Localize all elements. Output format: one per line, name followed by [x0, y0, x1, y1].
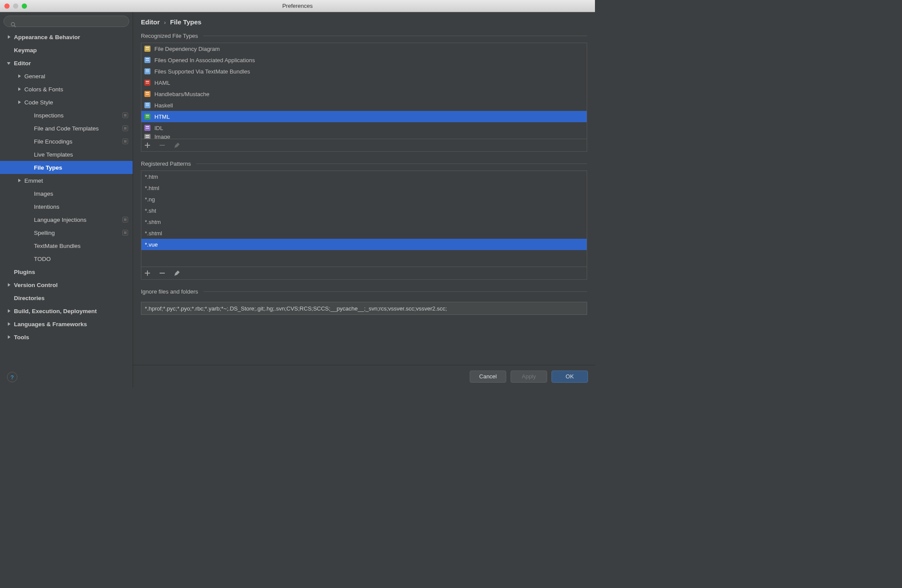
tree-item[interactable]: TODO	[0, 252, 133, 265]
idl-icon	[144, 124, 151, 131]
svg-rect-39	[146, 105, 149, 106]
svg-rect-33	[146, 83, 149, 84]
svg-rect-47	[146, 135, 149, 136]
tree-item[interactable]: TextMate Bundles	[0, 239, 133, 252]
recognized-types-header: Recognized File Types	[133, 30, 595, 41]
tree-item-label: Tools	[14, 334, 29, 341]
pattern-row[interactable]: *.shtm	[141, 216, 587, 227]
tree-item[interactable]: Colors & Fonts	[0, 83, 133, 96]
tree-item[interactable]: Keymap	[0, 43, 133, 57]
tree-item[interactable]: Appearance & Behavior	[0, 30, 133, 43]
doc-icon	[144, 68, 151, 75]
file-types-list[interactable]: File Dependency DiagramFiles Opened In A…	[141, 43, 587, 139]
add-pattern-button[interactable]	[144, 270, 151, 277]
tree-item[interactable]: Live Templates	[0, 148, 133, 161]
filetype-row[interactable]: HTML	[141, 111, 587, 122]
svg-rect-8	[124, 114, 127, 117]
tree-item[interactable]: Directories	[0, 291, 133, 304]
tree-item-label: Plugins	[14, 269, 35, 275]
tree-item[interactable]: Spelling	[0, 226, 133, 239]
tree-item[interactable]: Build, Execution, Deployment	[0, 304, 133, 317]
pattern-row[interactable]: *.vue	[141, 239, 587, 250]
tree-item[interactable]: Images	[0, 187, 133, 200]
tree-item-label: File and Code Templates	[34, 125, 99, 132]
tree-item-label: File Types	[34, 164, 62, 171]
ok-button[interactable]: OK	[551, 371, 588, 383]
pattern-row[interactable]: *.html	[141, 182, 587, 194]
svg-rect-44	[146, 126, 149, 127]
tree-item[interactable]: File and Code Templates	[0, 122, 133, 135]
titlebar: Preferences	[0, 0, 595, 12]
filetype-row[interactable]: HAML	[141, 77, 587, 88]
pattern-label: *.htm	[145, 174, 158, 180]
tree-item[interactable]: Languages & Frameworks	[0, 317, 133, 331]
help-button[interactable]: ?	[7, 372, 17, 382]
tree-item[interactable]: Editor	[0, 57, 133, 70]
tree-arrow-icon	[6, 60, 11, 66]
pattern-label: *.ng	[145, 196, 155, 203]
svg-marker-13	[18, 179, 21, 182]
patterns-list[interactable]: *.htm*.html*.ng*.sht*.shtm*.shtml*.vue	[141, 170, 587, 267]
tree-item[interactable]: Emmet	[0, 174, 133, 187]
filetype-label: HAML	[154, 80, 170, 86]
doc-icon	[144, 102, 151, 109]
remove-pattern-button[interactable]	[159, 270, 166, 277]
scope-badge-icon	[122, 112, 128, 118]
tree-arrow-icon	[6, 308, 11, 314]
svg-rect-15	[124, 218, 127, 221]
cancel-button[interactable]: Cancel	[470, 371, 506, 383]
tree-item[interactable]: Plugins	[0, 265, 133, 278]
svg-rect-27	[146, 60, 149, 61]
tree-item[interactable]: File Types	[0, 161, 133, 174]
tree-arrow-icon	[6, 321, 11, 327]
tree-item-label: TextMate Bundles	[34, 243, 80, 249]
breadcrumb: Editor › File Types	[133, 12, 595, 30]
filetype-row[interactable]: Handlebars/Mustache	[141, 88, 587, 100]
svg-rect-24	[146, 49, 149, 50]
filetype-row[interactable]: File Dependency Diagram	[141, 43, 587, 54]
svg-marker-5	[18, 87, 21, 91]
pattern-row[interactable]: *.sht	[141, 205, 587, 216]
filetype-label: Files Supported Via TextMate Bundles	[154, 68, 250, 75]
apply-button[interactable]: Apply	[511, 371, 547, 383]
tree-item[interactable]: Code Style	[0, 96, 133, 109]
file-types-toolbar	[141, 139, 587, 152]
tree-item[interactable]: Tools	[0, 331, 133, 344]
filetype-row[interactable]: IDL	[141, 122, 587, 134]
tree-item[interactable]: Language Injections	[0, 213, 133, 226]
tree-item-label: Spelling	[34, 230, 55, 236]
search-input[interactable]	[3, 16, 129, 27]
edit-pattern-button[interactable]	[174, 270, 180, 277]
tree-item-label: Directories	[14, 295, 45, 301]
edit-filetype-button[interactable]	[174, 142, 180, 149]
ignore-input[interactable]	[141, 302, 587, 315]
filetype-row[interactable]: Files Opened In Associated Applications	[141, 54, 587, 66]
tree-item[interactable]: Intentions	[0, 200, 133, 213]
tree-item-label: Language Injections	[34, 217, 87, 223]
svg-rect-36	[146, 94, 149, 95]
pattern-row[interactable]: *.htm	[141, 171, 587, 182]
tree-item-label: Editor	[14, 60, 31, 67]
tree-item[interactable]: Inspections	[0, 109, 133, 122]
tree-item[interactable]: General	[0, 70, 133, 83]
svg-rect-17	[124, 231, 127, 234]
tree-item[interactable]: Version Control	[0, 278, 133, 291]
svg-rect-23	[146, 47, 149, 48]
filetype-row[interactable]: Image	[141, 134, 587, 139]
remove-filetype-button[interactable]	[159, 142, 166, 149]
svg-marker-18	[8, 283, 10, 287]
svg-rect-38	[146, 104, 149, 104]
recognized-types-label: Recognized File Types	[141, 33, 198, 39]
scope-badge-icon	[122, 217, 128, 223]
html-icon	[144, 113, 151, 120]
tree-item-label: TODO	[34, 256, 51, 262]
tree-item[interactable]: File Encodings	[0, 135, 133, 148]
pattern-row[interactable]: *.shtml	[141, 227, 587, 239]
add-filetype-button[interactable]	[144, 142, 151, 149]
tree-item-label: Colors & Fonts	[24, 86, 63, 93]
tree-arrow-icon	[6, 34, 11, 40]
pattern-row[interactable]: *.ng	[141, 194, 587, 205]
filetype-row[interactable]: Haskell	[141, 100, 587, 111]
filetype-row[interactable]: Files Supported Via TextMate Bundles	[141, 66, 587, 77]
tree-item-label: Keymap	[14, 47, 37, 53]
